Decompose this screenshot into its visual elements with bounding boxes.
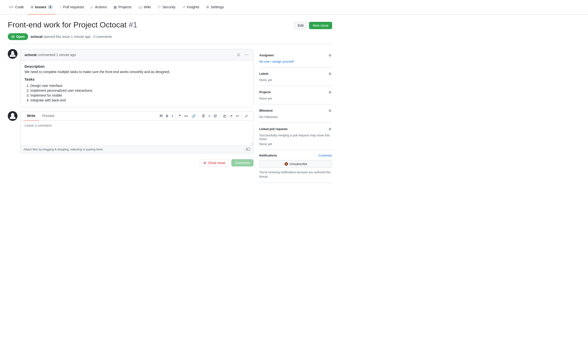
nav-item-settings[interactable]: ⚙ Settings xyxy=(203,0,227,15)
tasks-list: Design user interface Implement personal… xyxy=(25,84,249,102)
nav-item-insights[interactable]: ↗ Insights xyxy=(179,0,202,15)
unsubscribe-button[interactable]: 🔕 Unsubscribe xyxy=(259,160,332,168)
nav-item-code[interactable]: </> Code xyxy=(6,0,27,15)
description-heading: Description xyxy=(25,64,249,68)
nav-item-issues[interactable]: ⊙ Issues 1 xyxy=(28,0,56,15)
top-nav: </> Code ⊙ Issues 1 ⑂ Pull requests ▷ Ac… xyxy=(0,0,588,15)
reply-tabs: Write Preview H B I ❝ <> 🔗 xyxy=(21,111,253,121)
task-item-2: Implement personalized user interactions xyxy=(30,89,249,92)
reply-avatar xyxy=(8,111,17,121)
pull-requests-icon: ⑂ xyxy=(60,5,62,9)
linked-pr-header: Linked pull requests ⚙ xyxy=(259,127,332,132)
edit-button[interactable]: Edit xyxy=(294,22,307,29)
nav-item-wiki[interactable]: 📖 Wiki xyxy=(135,0,154,15)
linked-pr-value: None yet xyxy=(259,142,332,146)
sidebar: Assignees ⚙ No one—assign yourself Label… xyxy=(259,49,332,183)
nav-label-issues: Issues xyxy=(35,5,46,9)
milestone-title: Milestone xyxy=(259,109,273,112)
numbered-button[interactable]: ≡ xyxy=(207,113,212,119)
bullet-button[interactable]: ☰ xyxy=(200,113,206,119)
emoji-button[interactable]: ☺ xyxy=(235,52,242,58)
assign-yourself-link[interactable]: No one—assign yourself xyxy=(259,60,294,63)
reference-button[interactable]: ↗ xyxy=(228,113,234,119)
markdown-icon: M↓ xyxy=(246,148,250,151)
nav-label-code: Code xyxy=(15,5,24,9)
projects-icon: ▦ xyxy=(114,5,117,9)
projects-value: None yet xyxy=(259,97,332,100)
milestone-header: Milestone ⚙ xyxy=(259,108,332,113)
nav-item-pull-requests[interactable]: ⑂ Pull requests xyxy=(57,0,87,15)
assignees-header: Assignees ⚙ xyxy=(259,53,332,58)
issue-author: octocat xyxy=(31,35,43,39)
nav-item-actions[interactable]: ▷ Actions xyxy=(88,0,110,15)
nav-label-projects: Projects xyxy=(118,5,131,9)
task-button[interactable]: ☑ xyxy=(212,113,218,119)
toolbar-sep-1 xyxy=(176,114,176,118)
italic-button[interactable]: I xyxy=(170,113,174,119)
link-button[interactable]: 🔗 xyxy=(190,113,197,119)
unsubscribe-icon: 🔕 xyxy=(284,162,288,166)
new-issue-button[interactable]: New issue xyxy=(309,22,332,29)
issue-title-text: Front-end work for Project Octocat xyxy=(8,20,126,29)
code-button[interactable]: <> xyxy=(183,113,190,119)
labels-value: None yet xyxy=(259,78,332,82)
fullscreen-button[interactable]: ⤢ xyxy=(244,113,249,119)
notifications-header: Notifications Customize xyxy=(259,154,332,157)
task-item-1: Design user interface xyxy=(30,84,249,88)
toolbar-sep-2 xyxy=(199,114,199,118)
comment-button[interactable]: Comment xyxy=(231,159,253,166)
quote-button[interactable]: ❝ xyxy=(177,113,182,119)
linked-pr-section: Linked pull requests ⚙ Successfully merg… xyxy=(259,123,332,150)
content-layout: octocat commented 1 minute ago ☺ ··· Des… xyxy=(8,49,332,183)
status-label: Open xyxy=(16,35,25,39)
toolbar: H B I ❝ <> 🔗 ☰ ≡ ☑ xyxy=(158,113,249,119)
svg-point-1 xyxy=(11,52,12,53)
nav-label-settings: Settings xyxy=(211,5,224,9)
assignees-gear-button[interactable]: ⚙ xyxy=(328,53,332,58)
unsubscribe-label: Unsubscribe xyxy=(290,162,307,166)
preview-tab[interactable]: Preview xyxy=(39,111,58,121)
comment-header: octocat commented 1 minute ago ☺ ··· xyxy=(21,49,253,60)
notifications-section: Notifications Customize 🔕 Unsubscribe Yo… xyxy=(259,150,332,183)
customize-link[interactable]: Customize xyxy=(318,154,332,157)
write-tab[interactable]: Write xyxy=(24,111,39,121)
issue-opened-text: opened this issue 1 minute ago · 0 comme… xyxy=(43,35,112,39)
labels-section: Labels ⚙ None yet xyxy=(259,67,332,86)
comment-more-button[interactable]: ··· xyxy=(244,52,249,58)
header-buttons: Edit New issue xyxy=(294,20,332,29)
projects-gear-button[interactable]: ⚙ xyxy=(328,90,332,95)
linked-pr-gear-button[interactable]: ⚙ xyxy=(328,127,332,132)
bold-button[interactable]: B xyxy=(164,113,170,119)
issues-icon: ⊙ xyxy=(31,5,34,9)
heading-button[interactable]: H xyxy=(158,113,164,119)
milestone-value: No milestone xyxy=(259,115,332,119)
comment-wrapper: octocat commented 1 minute ago ☺ ··· Des… xyxy=(8,49,253,107)
comment-textarea[interactable] xyxy=(21,121,253,145)
issue-meta-text: octocat opened this issue 1 minute ago ·… xyxy=(31,35,112,39)
attach-text: Attach files by dragging & dropping, sel… xyxy=(24,148,104,151)
security-icon: 🛡 xyxy=(158,5,161,9)
nav-item-security[interactable]: 🛡 Security xyxy=(155,0,178,15)
settings-icon: ⚙ xyxy=(206,5,209,9)
reply-box: Write Preview H B I ❝ <> 🔗 xyxy=(20,111,253,153)
issue-meta: Open octocat opened this issue 1 minute … xyxy=(8,33,332,44)
nav-label-pull-requests: Pull requests xyxy=(63,5,84,9)
close-issue-button[interactable]: ⊗ Close issue xyxy=(200,159,229,166)
action-row: ⊗ Close issue Comment xyxy=(8,157,253,168)
assignees-text: No one—assign yourself xyxy=(259,60,294,63)
undo-button[interactable]: ↩ xyxy=(235,113,240,119)
main-container: Front-end work for Project Octocat #1 Ed… xyxy=(0,15,340,189)
wiki-icon: 📖 xyxy=(138,5,143,9)
toolbar-sep-3 xyxy=(220,114,220,118)
close-issue-label: Close issue xyxy=(208,161,225,165)
comment-header-actions: ☺ ··· xyxy=(235,52,249,58)
nav-label-insights: Insights xyxy=(187,5,199,9)
labels-gear-button[interactable]: ⚙ xyxy=(328,71,332,76)
svg-point-3 xyxy=(11,113,14,116)
mention-button[interactable]: @ xyxy=(221,113,228,119)
projects-header: Projects ⚙ xyxy=(259,90,332,95)
projects-title: Projects xyxy=(259,91,271,94)
milestone-gear-button[interactable]: ⚙ xyxy=(328,108,332,113)
code-icon: </> xyxy=(9,5,14,9)
nav-item-projects[interactable]: ▦ Projects xyxy=(111,0,134,15)
